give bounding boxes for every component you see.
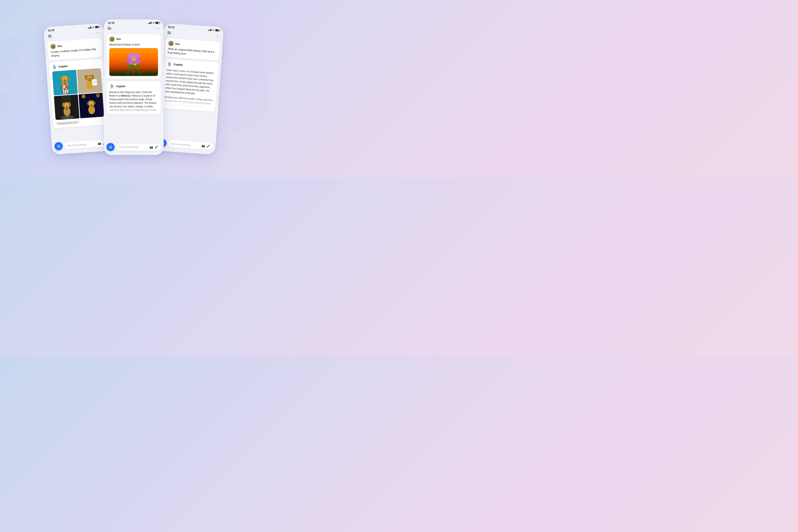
user-avatar-img-left: 👤 — [50, 43, 56, 49]
user-avatar-center: 👤 — [109, 37, 115, 42]
phone-right-inner: 12:15 ⊗ — [155, 23, 224, 154]
input-placeholder-center: Ask me anything... — [119, 146, 140, 148]
input-icons-right: 📷 🎤 — [202, 144, 210, 148]
hamburger-icon-right[interactable] — [167, 31, 171, 34]
phone-right: 12:15 ⊗ — [155, 23, 224, 154]
copilot-name-right: Copilot — [174, 63, 183, 66]
phone-left-inner: 12:15 ⊗ — [43, 23, 112, 154]
hamburger-icon-center[interactable] — [108, 27, 111, 30]
input-placeholder-right: Ask me anything... — [171, 142, 192, 147]
copilot-name-left: Copilot — [58, 64, 68, 68]
top-nav-center: ··· — [104, 25, 164, 32]
add-icon-left — [57, 145, 60, 148]
phone-center-inner: 12:15 ⊗ — [104, 19, 164, 155]
svg-point-75 — [133, 58, 135, 60]
input-area-center: Ask me anything... 📷 🎤 — [104, 141, 164, 155]
copilot-bubble-left: Copilot 🐕 — [49, 59, 107, 128]
chat-area-left: 👤 You Create a realistic image of a happ… — [44, 36, 111, 140]
phone-left: 12:15 ⊗ — [43, 23, 112, 154]
dog-image-2 — [77, 68, 102, 94]
dog-silhouette-1: 🐕 — [60, 84, 71, 95]
battery-icon-center — [155, 22, 159, 24]
wifi-icon-left: ⊗ — [92, 26, 94, 29]
copilot-logo-left — [52, 64, 57, 70]
svg-point-83 — [111, 86, 113, 87]
input-icons-center: 📷 🎤 — [150, 146, 158, 149]
user-bubble-center: 👤 You What kind of flower is this? — [107, 34, 161, 79]
wifi-icon-center: ⊗ — [152, 21, 154, 24]
svg-point-77 — [133, 56, 134, 57]
input-placeholder-left: Ask me anything... — [67, 142, 88, 147]
dog-image-grid: 🐕 — [52, 68, 104, 120]
hamburger-icon-left[interactable] — [48, 35, 52, 37]
status-icons-left: ⊗ — [88, 25, 99, 29]
mic-icon-right[interactable]: 🎤 — [207, 145, 210, 148]
battery-icon-left — [95, 26, 99, 28]
status-time-center: 12:15 — [108, 21, 114, 24]
copilot-name-center: Copilot — [116, 85, 125, 88]
signal-icon-right — [208, 28, 211, 31]
copilot-fable-p2: Despite their different worlds, Finley a… — [164, 95, 213, 109]
flower-image — [109, 48, 158, 76]
user-avatar-right: 👤 — [168, 40, 174, 46]
svg-rect-25 — [92, 79, 97, 86]
phone-center: 12:15 ⊗ — [104, 19, 164, 155]
camera-icon-center[interactable]: 📷 — [150, 146, 153, 149]
dots-menu-left[interactable]: ··· — [96, 30, 100, 35]
user-bubble-right: 👤 You Write an original fable about a fi… — [165, 38, 220, 60]
dalle-badge: Powered by DALL•E 3 — [56, 120, 80, 126]
add-icon-center — [109, 146, 112, 149]
input-box-left[interactable]: Ask me anything... 📷 🎤 — [64, 139, 109, 149]
chat-area-right: 👤 You Write an original fable about a fi… — [156, 36, 223, 140]
hibiscus-bold: hibiscus — [121, 94, 131, 97]
copilot-logo-center — [109, 83, 115, 89]
user-name-left: You — [57, 44, 62, 48]
user-name-center: You — [116, 38, 121, 40]
user-avatar-left: 👤 — [50, 43, 56, 49]
copilot-header-center: Copilot — [109, 83, 158, 89]
svg-point-79 — [131, 56, 132, 57]
battery-icon-right — [215, 29, 220, 32]
status-time-right: 12:15 — [168, 25, 174, 29]
status-time-left: 12:15 — [48, 28, 55, 32]
input-box-center[interactable]: Ask me anything... 📷 🎤 — [116, 144, 161, 151]
camera-icon-left[interactable]: 📷 — [98, 141, 101, 145]
dots-menu-center[interactable]: ··· — [156, 26, 159, 31]
status-icons-right: ⊗ — [208, 28, 220, 32]
phones-container: 12:15 ⊗ — [44, 21, 224, 157]
copilot-bubble-right: Copilot Once upon a time, in a tranquil … — [161, 59, 218, 112]
user-bubble-left: 👤 You Create a realistic image of a happ… — [47, 38, 103, 60]
user-message-center: What kind of flower is this? — [109, 43, 158, 47]
svg-point-81 — [135, 56, 136, 57]
chat-area-center: 👤 You What kind of flower is this? — [104, 32, 164, 141]
user-header-center: 👤 You — [109, 37, 158, 42]
dots-menu-right[interactable]: ··· — [215, 34, 219, 38]
copilot-bubble-center: Copilot Based on the image you sent, I t… — [107, 81, 161, 114]
mic-icon-center[interactable]: 🎤 — [155, 146, 158, 149]
dalle-badge-text: Powered by DALL•E 3 — [58, 121, 78, 125]
signal-icon-center — [148, 22, 152, 24]
dog-image-3 — [54, 94, 79, 120]
wifi-icon-right: ⊗ — [212, 28, 214, 31]
user-avatar-img-center: 👤 — [109, 37, 115, 42]
copilot-logo-right — [167, 61, 172, 67]
user-avatar-img-right: 👤 — [168, 40, 174, 46]
dog-image-4 — [79, 93, 104, 118]
copilot-fable-p1: Once upon a time, in a tranquil pond nes… — [165, 68, 215, 97]
signal-icon-left — [88, 26, 91, 29]
svg-line-58 — [58, 146, 59, 146]
input-box-right[interactable]: Ask me anything... 📷 🎤 — [168, 140, 213, 150]
user-name-right: You — [175, 42, 180, 45]
copilot-text-center: Based on the image you sent, I think the… — [109, 90, 158, 112]
dog-image-1: 🐕 — [52, 70, 78, 95]
add-button-center[interactable] — [107, 143, 115, 151]
add-button-left[interactable] — [54, 142, 63, 150]
camera-icon-right[interactable]: 📷 — [202, 144, 205, 147]
status-bar-center: 12:15 ⊗ — [104, 19, 164, 25]
status-icons-center: ⊗ — [148, 21, 160, 24]
